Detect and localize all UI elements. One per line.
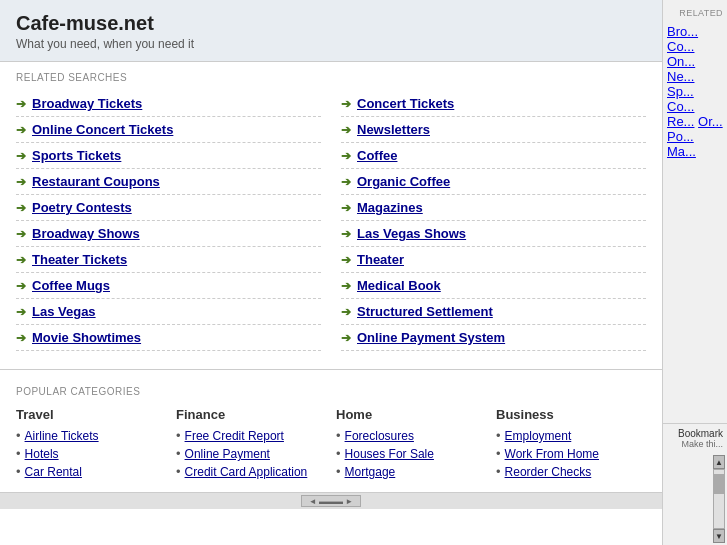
scroll-up-button[interactable]: ▲ [713, 455, 725, 469]
theater-link[interactable]: Theater [357, 252, 404, 267]
list-item: Car Rental [16, 464, 166, 479]
airline-tickets-link[interactable]: Airline Tickets [25, 429, 99, 443]
category-business: Business Employment Work From Home Reord… [496, 407, 646, 482]
list-item: ➔ Restaurant Coupons [16, 169, 321, 195]
list-item: Reorder Checks [496, 464, 646, 479]
list-item: ➔ Las Vegas Shows [341, 221, 646, 247]
list-item: ➔ Magazines [341, 195, 646, 221]
bookmark-sub: Make thi... [667, 439, 723, 449]
list-item: ➔ Coffee Mugs [16, 273, 321, 299]
sidebar-link-sports[interactable]: Sp... [667, 84, 694, 99]
theater-tickets-link[interactable]: Theater Tickets [32, 252, 127, 267]
hscroll-track[interactable]: ◄ ▬▬▬ ► [301, 495, 361, 507]
list-item: ➔ Medical Book [341, 273, 646, 299]
sports-tickets-link[interactable]: Sports Tickets [32, 148, 121, 163]
arrow-icon: ➔ [341, 253, 351, 267]
arrow-icon: ➔ [341, 201, 351, 215]
mortgage-link[interactable]: Mortgage [345, 465, 396, 479]
arrow-icon: ➔ [16, 253, 26, 267]
bookmark-area: Bookmark Make thi... [663, 423, 727, 453]
right-links-column: ➔ Concert Tickets ➔ Newsletters ➔ Coffee… [341, 91, 646, 351]
related-searches-label: RELATED SEARCHES [16, 72, 646, 83]
related-searches-section: RELATED SEARCHES ➔ Broadway Tickets ➔ On… [0, 62, 662, 361]
sidebar-link-concert[interactable]: Co... [667, 39, 694, 54]
category-title-travel: Travel [16, 407, 166, 422]
reorder-checks-link[interactable]: Reorder Checks [505, 465, 592, 479]
bookmark-text: Bookmark [667, 428, 723, 439]
medical-book-link[interactable]: Medical Book [357, 278, 441, 293]
broadway-shows-link[interactable]: Broadway Shows [32, 226, 140, 241]
list-item: Free Credit Report [176, 428, 326, 443]
sidebar-link-magazines[interactable]: Ma... [667, 144, 696, 159]
arrow-icon: ➔ [16, 97, 26, 111]
list-item: ➔ Sports Tickets [16, 143, 321, 169]
categories-grid: Travel Airline Tickets Hotels Car Rental… [16, 407, 646, 482]
category-home: Home Foreclosures Houses For Sale Mortga… [336, 407, 486, 482]
arrow-icon: ➔ [16, 123, 26, 137]
vertical-scrollbar[interactable]: ▲ ▼ [663, 453, 727, 545]
online-payment-system-link[interactable]: Online Payment System [357, 330, 505, 345]
sidebar-link-restaurant[interactable]: Re... [667, 114, 694, 129]
category-travel: Travel Airline Tickets Hotels Car Rental [16, 407, 166, 482]
horizontal-scrollbar[interactable]: ◄ ▬▬▬ ► [0, 492, 662, 509]
sidebar-related-label: RELATED [667, 8, 723, 18]
list-item: ➔ Las Vegas [16, 299, 321, 325]
arrow-icon: ➔ [341, 227, 351, 241]
popular-categories-label: POPULAR CATEGORIES [16, 386, 646, 397]
newsletters-link[interactable]: Newsletters [357, 122, 430, 137]
list-item: ➔ Movie Showtimes [16, 325, 321, 351]
online-payment-link[interactable]: Online Payment [185, 447, 270, 461]
magazines-link[interactable]: Magazines [357, 200, 423, 215]
structured-settlement-link[interactable]: Structured Settlement [357, 304, 493, 319]
popular-categories-section: POPULAR CATEGORIES Travel Airline Ticket… [0, 369, 662, 492]
list-item: Hotels [16, 446, 166, 461]
restaurant-coupons-link[interactable]: Restaurant Coupons [32, 174, 160, 189]
links-grid: ➔ Broadway Tickets ➔ Online Concert Tick… [16, 91, 646, 351]
list-item: ➔ Coffee [341, 143, 646, 169]
houses-for-sale-link[interactable]: Houses For Sale [345, 447, 434, 461]
list-item: ➔ Newsletters [341, 117, 646, 143]
list-item: Work From Home [496, 446, 646, 461]
arrow-icon: ➔ [341, 123, 351, 137]
sidebar-links-area: RELATED Bro... Co... On... Ne... Sp... C… [663, 0, 727, 423]
movie-showtimes-link[interactable]: Movie Showtimes [32, 330, 141, 345]
arrow-icon: ➔ [16, 305, 26, 319]
list-item: Employment [496, 428, 646, 443]
las-vegas-link[interactable]: Las Vegas [32, 304, 96, 319]
coffee-link[interactable]: Coffee [357, 148, 397, 163]
concert-tickets-link[interactable]: Concert Tickets [357, 96, 454, 111]
list-item: Credit Card Application [176, 464, 326, 479]
car-rental-link[interactable]: Car Rental [25, 465, 82, 479]
employment-link[interactable]: Employment [505, 429, 572, 443]
scroll-thumb[interactable] [714, 474, 724, 494]
sidebar-link-poetry[interactable]: Po... [667, 129, 694, 144]
sidebar-link-coffee[interactable]: Co... [667, 99, 694, 114]
list-item: ➔ Theater Tickets [16, 247, 321, 273]
sidebar-link-newsletters[interactable]: Ne... [667, 69, 694, 84]
list-item: Airline Tickets [16, 428, 166, 443]
arrow-icon: ➔ [16, 201, 26, 215]
list-item: Houses For Sale [336, 446, 486, 461]
poetry-contests-link[interactable]: Poetry Contests [32, 200, 132, 215]
arrow-icon: ➔ [16, 175, 26, 189]
broadway-tickets-link[interactable]: Broadway Tickets [32, 96, 142, 111]
site-title: Cafe-muse.net [16, 12, 646, 35]
arrow-icon: ➔ [341, 175, 351, 189]
list-item: ➔ Broadway Tickets [16, 91, 321, 117]
work-from-home-link[interactable]: Work From Home [505, 447, 599, 461]
sidebar-link-broadway[interactable]: Bro... [667, 24, 698, 39]
header: Cafe-muse.net What you need, when you ne… [0, 0, 662, 62]
foreclosures-link[interactable]: Foreclosures [345, 429, 414, 443]
credit-card-application-link[interactable]: Credit Card Application [185, 465, 308, 479]
coffee-mugs-link[interactable]: Coffee Mugs [32, 278, 110, 293]
hotels-link[interactable]: Hotels [25, 447, 59, 461]
organic-coffee-link[interactable]: Organic Coffee [357, 174, 450, 189]
sidebar-link-organic[interactable]: Or... [698, 114, 723, 129]
las-vegas-shows-link[interactable]: Las Vegas Shows [357, 226, 466, 241]
sidebar-link-online[interactable]: On... [667, 54, 695, 69]
arrow-icon: ➔ [16, 331, 26, 345]
free-credit-report-link[interactable]: Free Credit Report [185, 429, 284, 443]
scroll-down-button[interactable]: ▼ [713, 529, 725, 543]
online-concert-tickets-link[interactable]: Online Concert Tickets [32, 122, 173, 137]
category-title-business: Business [496, 407, 646, 422]
